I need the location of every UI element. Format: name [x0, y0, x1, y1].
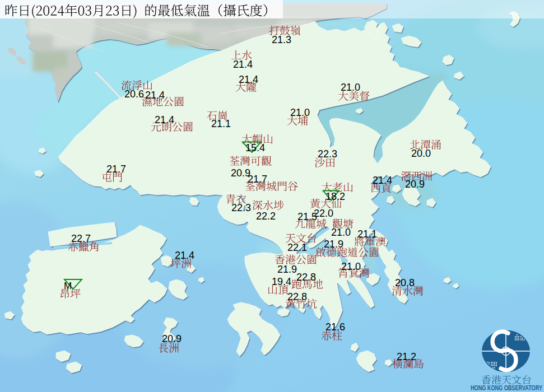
svg-text:21.4: 21.4	[145, 90, 165, 101]
svg-text:20.9: 20.9	[162, 333, 182, 344]
svg-text:18.2: 18.2	[326, 191, 345, 202]
svg-text:21.5: 21.5	[297, 211, 317, 222]
svg-text:21.3: 21.3	[272, 34, 291, 45]
svg-text:21.6: 21.6	[326, 321, 345, 333]
svg-text:21.0: 21.0	[331, 227, 351, 238]
svg-text:21.2: 21.2	[397, 351, 416, 362]
svg-text:15.4: 15.4	[245, 142, 265, 153]
svg-text:HONG KONG OBSERVATORY: HONG KONG OBSERVATORY	[471, 384, 542, 392]
svg-text:21.9: 21.9	[277, 264, 297, 275]
svg-text:21.4: 21.4	[175, 250, 194, 261]
svg-text:21.0: 21.0	[290, 107, 310, 118]
svg-text:M: M	[64, 281, 72, 291]
svg-text:22.3: 22.3	[318, 148, 337, 160]
svg-text:19.4: 19.4	[272, 276, 291, 287]
svg-text:21.4: 21.4	[373, 175, 392, 186]
svg-text:21.1: 21.1	[357, 228, 377, 240]
svg-text:20.9: 20.9	[405, 179, 425, 190]
svg-text:22.1: 22.1	[287, 242, 307, 253]
svg-text:21.4: 21.4	[233, 59, 253, 70]
svg-text:21.4: 21.4	[155, 114, 174, 125]
svg-text:21.0: 21.0	[341, 82, 360, 93]
svg-text:20.6: 20.6	[124, 88, 144, 100]
svg-text:22.7: 22.7	[71, 233, 91, 244]
svg-text:21.7: 21.7	[248, 174, 267, 185]
svg-text:21.1: 21.1	[211, 118, 231, 129]
svg-text:21.4: 21.4	[239, 74, 258, 85]
svg-text:22.8: 22.8	[287, 291, 307, 302]
svg-text:22.2: 22.2	[256, 211, 276, 222]
svg-text:21.7: 21.7	[106, 164, 126, 175]
svg-text:21.0: 21.0	[341, 261, 361, 272]
svg-text:22.8: 22.8	[296, 272, 316, 283]
svg-text:20.8: 20.8	[395, 277, 415, 288]
svg-text:21.9: 21.9	[324, 239, 343, 250]
svg-text:22.3: 22.3	[231, 202, 251, 213]
svg-text:20.0: 20.0	[411, 148, 431, 159]
